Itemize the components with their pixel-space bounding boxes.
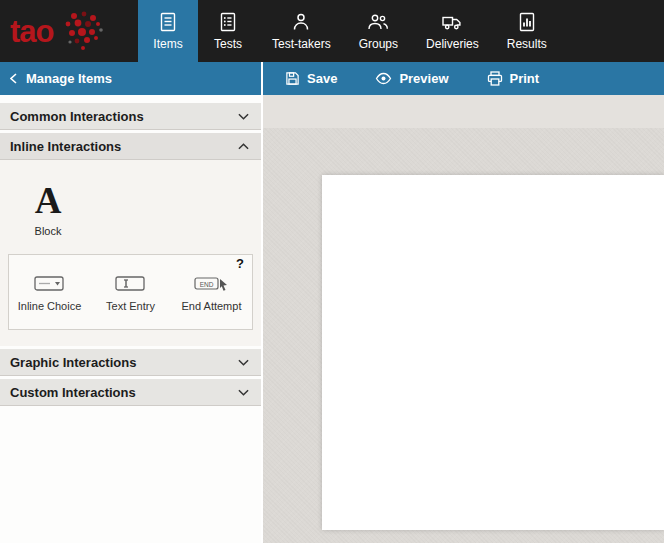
inline-choice-icon <box>10 273 90 295</box>
nav-item-tests[interactable]: Tests <box>198 0 258 62</box>
inline-choice-tool[interactable]: Inline Choice <box>10 273 90 312</box>
block-interaction-tool[interactable]: A Block <box>20 182 76 237</box>
chevron-down-icon <box>238 113 249 120</box>
inline-choice-label: Inline Choice <box>10 300 90 312</box>
manage-items-back-button[interactable]: Manage Items <box>0 62 261 95</box>
section-label: Custom Interactions <box>10 385 136 400</box>
item-authoring-top-strip <box>263 95 664 128</box>
test-takers-icon <box>291 12 311 32</box>
nav-item-test-takers[interactable]: Test-takers <box>258 0 345 62</box>
item-canvas[interactable] <box>322 175 664 530</box>
preview-eye-icon <box>375 72 392 85</box>
print-icon <box>487 71 503 86</box>
tao-logo-text: tao <box>10 16 54 47</box>
main-nav: Items Tests <box>138 0 561 62</box>
end-attempt-tool[interactable]: END End Attempt <box>172 273 252 312</box>
section-graphic-interactions[interactable]: Graphic Interactions <box>0 349 261 376</box>
save-icon <box>285 71 300 86</box>
inline-tools-group: ? Inline Choice <box>8 254 253 330</box>
section-common-interactions[interactable]: Common Interactions <box>0 103 261 130</box>
save-label: Save <box>307 71 337 86</box>
section-label: Graphic Interactions <box>10 355 136 370</box>
nav-item-label: Test-takers <box>272 37 331 51</box>
tests-icon <box>218 12 238 32</box>
nav-item-results[interactable]: Results <box>493 0 561 62</box>
preview-button[interactable]: Preview <box>375 71 448 86</box>
item-toolbar: Save Preview Print <box>263 62 664 95</box>
nav-item-items[interactable]: Items <box>138 0 198 62</box>
nav-item-label: Groups <box>359 37 398 51</box>
section-label: Inline Interactions <box>10 139 121 154</box>
text-entry-label: Text Entry <box>91 300 171 312</box>
top-navigation-bar: tao <box>0 0 664 62</box>
interactions-sidebar: Common Interactions Inline Interactions … <box>0 95 261 543</box>
back-label: Manage Items <box>26 71 112 86</box>
items-icon <box>158 12 178 32</box>
chevron-down-icon <box>238 389 249 396</box>
print-label: Print <box>510 71 540 86</box>
section-inline-interactions[interactable]: Inline Interactions <box>0 133 261 160</box>
save-button[interactable]: Save <box>285 71 337 86</box>
text-entry-icon <box>91 273 171 295</box>
nav-item-groups[interactable]: Groups <box>345 0 412 62</box>
nav-item-label: Deliveries <box>426 37 479 51</box>
help-question-mark[interactable]: ? <box>236 256 244 271</box>
deliveries-icon <box>441 12 463 32</box>
groups-icon <box>367 12 389 32</box>
tao-logo[interactable]: tao <box>10 8 108 54</box>
results-icon <box>517 12 537 32</box>
nav-item-label: Tests <box>214 37 242 51</box>
svg-text:END: END <box>199 280 213 287</box>
item-authoring-area <box>263 95 664 543</box>
nav-item-deliveries[interactable]: Deliveries <box>412 0 493 62</box>
block-a-icon: A <box>20 182 76 219</box>
chevron-up-icon <box>238 143 249 150</box>
chevron-down-icon <box>238 359 249 366</box>
preview-label: Preview <box>399 71 448 86</box>
end-attempt-icon: END <box>172 273 252 295</box>
nav-item-label: Items <box>153 37 182 51</box>
print-button[interactable]: Print <box>487 71 540 86</box>
tao-logo-dots-icon <box>56 8 108 54</box>
nav-item-label: Results <box>507 37 547 51</box>
inline-interactions-panel: A Block ? Inline Choice <box>0 160 261 346</box>
section-custom-interactions[interactable]: Custom Interactions <box>0 379 261 406</box>
end-attempt-label: End Attempt <box>172 300 252 312</box>
text-entry-tool[interactable]: Text Entry <box>91 273 171 312</box>
block-label: Block <box>20 225 76 237</box>
chevron-left-icon <box>10 73 17 84</box>
section-label: Common Interactions <box>10 109 144 124</box>
